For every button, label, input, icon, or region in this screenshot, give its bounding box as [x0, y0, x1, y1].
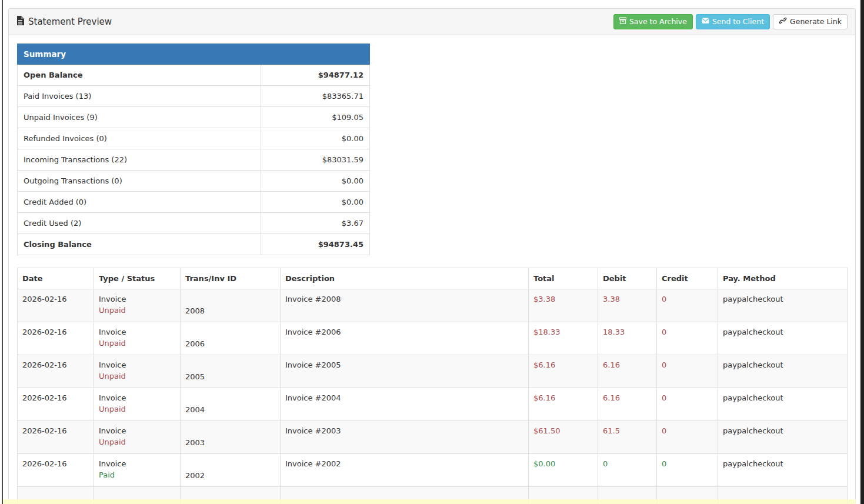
generate-link-button[interactable]: Generate Link: [773, 14, 848, 29]
send-to-client-button[interactable]: Send to Client: [696, 14, 770, 29]
total-cell: $0.00: [529, 453, 598, 486]
status-badge: Unpaid: [99, 372, 175, 380]
link-icon: [779, 16, 787, 27]
summary-row-outgoing-transactions: Outgoing Transactions (0) $0.00: [18, 170, 370, 191]
transaction-row: 2026-02-16 InvoiceUnpaid 2006 Invoice #2…: [18, 322, 848, 355]
col-header-date: Date: [18, 268, 94, 289]
total-cell: $6.16: [529, 355, 598, 388]
summary-value: $94877.12: [261, 64, 370, 85]
debit-cell: 3.38: [598, 289, 657, 322]
pay-method-cell: paypalcheckout: [718, 355, 848, 388]
date-cell: 2026-02-16: [18, 322, 94, 355]
generate-link-label: Generate Link: [790, 16, 842, 27]
pay-method-cell: paypalcheckout: [718, 420, 848, 453]
debit-cell: 6.16: [598, 355, 657, 388]
status-badge: Paid: [99, 470, 175, 479]
col-header-total: Total: [529, 268, 598, 289]
summary-label: Refunded Invoices (0): [18, 128, 261, 149]
type-status-cell: InvoiceUnpaid: [94, 388, 181, 420]
type-status-cell: InvoiceUnpaid: [94, 420, 181, 453]
credit-cell: 0: [657, 355, 718, 388]
type-text: Invoice: [99, 393, 126, 402]
summary-row-incoming-transactions: Incoming Transactions (22) $83031.59: [18, 149, 370, 170]
description-cell: Invoice #2005: [281, 355, 529, 388]
summary-value: $109.05: [261, 106, 370, 128]
toolbar: Save to Archive Send to Client: [613, 14, 848, 29]
debit-cell: 18.33: [598, 322, 657, 355]
total-cell: $3.38: [529, 289, 598, 322]
summary-label: Outgoing Transactions (0): [18, 170, 261, 191]
page-title-text: Statement Preview: [28, 16, 112, 27]
credit-cell: 0: [657, 453, 718, 486]
trans-inv-id-cell: 2005: [181, 355, 281, 388]
status-badge: Unpaid: [99, 339, 175, 348]
summary-row-open-balance: Open Balance $94877.12: [18, 64, 370, 85]
panel-body: Summary Open Balance $94877.12 Paid Invo…: [9, 35, 855, 504]
envelope-icon: [702, 16, 709, 27]
type-status-cell: InvoicePaid: [94, 453, 181, 486]
date-cell: 2026-02-16: [18, 453, 94, 486]
date-cell: 2026-02-16: [18, 388, 94, 420]
summary-label: Closing Balance: [18, 233, 261, 255]
debit-cell: 61.5: [598, 420, 657, 453]
type-status-cell: InvoiceUnpaid: [94, 322, 181, 355]
summary-label: Incoming Transactions (22): [18, 149, 261, 170]
summary-value: $0.00: [261, 191, 370, 212]
credit-cell: 0: [657, 420, 718, 453]
send-to-client-label: Send to Client: [712, 16, 764, 27]
transaction-row: 2026-02-16 InvoiceUnpaid 2003 Invoice #2…: [18, 420, 848, 453]
credit-cell: 0: [657, 289, 718, 322]
type-text: Invoice: [99, 426, 126, 435]
summary-table-title: Summary: [18, 44, 370, 64]
status-badge: Unpaid: [99, 438, 175, 446]
summary-label: Paid Invoices (13): [18, 85, 261, 106]
credit-cell: 0: [657, 388, 718, 420]
type-status-cell: InvoiceUnpaid: [94, 355, 181, 388]
total-cell: $61.50: [529, 420, 598, 453]
trans-inv-id-cell: 2006: [181, 322, 281, 355]
status-badge: Unpaid: [99, 405, 175, 413]
trans-inv-id-cell: 2002: [181, 453, 281, 486]
summary-value: $94873.45: [261, 233, 370, 255]
col-header-credit: Credit: [657, 268, 718, 289]
document-icon: [16, 16, 24, 28]
col-header-debit: Debit: [598, 268, 657, 289]
pay-method-cell: paypalcheckout: [718, 289, 848, 322]
summary-value: $0.00: [261, 128, 370, 149]
summary-label: Credit Added (0): [18, 191, 261, 212]
window-frame-line: [2, 0, 3, 504]
summary-row-refunded-invoices: Refunded Invoices (0) $0.00: [18, 128, 370, 149]
summary-row-credit-added: Credit Added (0) $0.00: [18, 191, 370, 212]
pay-method-cell: paypalcheckout: [718, 388, 848, 420]
save-to-archive-button[interactable]: Save to Archive: [613, 14, 693, 29]
transaction-row: 2026-02-16 InvoicePaid 2002 Invoice #200…: [18, 453, 848, 486]
summary-label: Unpaid Invoices (9): [18, 106, 261, 128]
transaction-row: 2026-02-16 InvoiceUnpaid 2004 Invoice #2…: [18, 388, 848, 420]
save-to-archive-label: Save to Archive: [629, 16, 687, 27]
pay-method-cell: paypalcheckout: [718, 453, 848, 486]
summary-row-credit-used: Credit Used (2) $3.67: [18, 212, 370, 233]
debit-cell: 6.16: [598, 388, 657, 420]
trans-inv-id-cell: 2008: [181, 289, 281, 322]
col-header-description: Description: [281, 268, 529, 289]
archive-icon: [619, 16, 626, 27]
description-cell: Invoice #2002: [281, 453, 529, 486]
trans-inv-id-cell: 2004: [181, 388, 281, 420]
date-cell: 2026-02-16: [18, 289, 94, 322]
total-cell: $18.33: [529, 322, 598, 355]
pay-method-cell: paypalcheckout: [718, 322, 848, 355]
summary-row-paid-invoices: Paid Invoices (13) $83365.71: [18, 85, 370, 106]
credit-cell: 0: [657, 322, 718, 355]
col-header-pay-method: Pay. Method: [718, 268, 848, 289]
summary-label: Open Balance: [18, 64, 261, 85]
summary-row-closing-balance: Closing Balance $94873.45: [18, 233, 370, 255]
transactions-table: Date Type / Status Trans/Inv ID Descript…: [17, 268, 848, 504]
description-cell: Invoice #2008: [281, 289, 529, 322]
summary-row-unpaid-invoices: Unpaid Invoices (9) $109.05: [18, 106, 370, 128]
statement-preview-panel: Statement Preview Save to Archive: [8, 8, 856, 504]
type-text: Invoice: [99, 361, 126, 369]
transaction-row: 2026-02-16 InvoiceUnpaid 2005 Invoice #2…: [18, 355, 848, 388]
description-cell: Invoice #2004: [281, 388, 529, 420]
summary-label: Credit Used (2): [18, 212, 261, 233]
vertical-scrollbar[interactable]: [860, 0, 864, 504]
